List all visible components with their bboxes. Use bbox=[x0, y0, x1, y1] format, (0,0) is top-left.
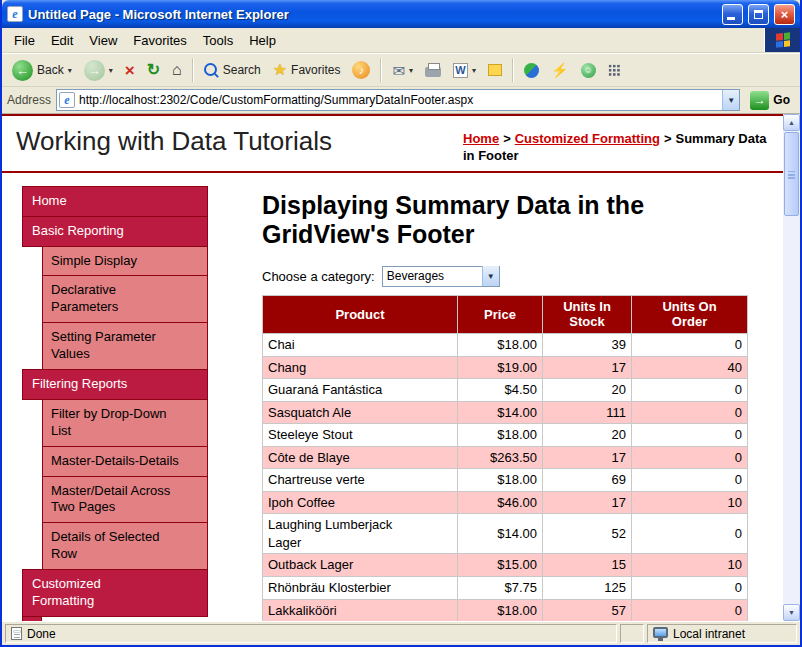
table-row: Steeleye Stout$18.00200 bbox=[263, 424, 748, 447]
minimize-button[interactable] bbox=[722, 4, 743, 25]
stop-button[interactable]: × bbox=[120, 55, 140, 85]
home-icon: ⌂ bbox=[172, 62, 182, 78]
throbber bbox=[764, 28, 800, 52]
scroll-up-button[interactable]: ▲ bbox=[783, 114, 800, 131]
sidebar-item-setting-parameter-values[interactable]: Setting Parameter Values bbox=[42, 322, 208, 370]
word-edit-icon: W bbox=[453, 63, 468, 78]
sidebar-item-declarative-parameters[interactable]: Declarative Parameters bbox=[42, 275, 208, 323]
favorites-button[interactable]: ★ Favorites bbox=[268, 55, 346, 85]
grid-cell: 39 bbox=[543, 333, 632, 356]
print-button[interactable] bbox=[420, 55, 446, 85]
address-input[interactable]: e http://localhost:2302/Code/CustomForma… bbox=[56, 89, 740, 111]
grid-cell: 0 bbox=[632, 401, 748, 424]
grid-cell: $14.00 bbox=[458, 401, 543, 424]
go-label: Go bbox=[773, 93, 790, 107]
messenger-button[interactable]: ☺ bbox=[576, 55, 601, 85]
grid-cell: Laughing Lumberjack Lager bbox=[263, 514, 458, 554]
category-selected-value: Beverages bbox=[387, 269, 482, 283]
close-button[interactable]: × bbox=[774, 4, 795, 25]
security-zone-text: Local intranet bbox=[673, 627, 745, 641]
minimize-icon bbox=[727, 17, 735, 20]
grid-cell: $18.00 bbox=[458, 599, 543, 621]
grid-cell: 15 bbox=[543, 554, 632, 577]
back-button[interactable]: ← Back ▾ bbox=[7, 55, 77, 85]
forward-button[interactable]: → ▾ bbox=[79, 55, 118, 85]
grid-cell: 17 bbox=[543, 356, 632, 379]
table-row: Outback Lager$15.001510 bbox=[263, 554, 748, 577]
sidebar-item-master-details-details[interactable]: Master-Details-Details bbox=[42, 446, 208, 477]
grid-cell: 57 bbox=[543, 599, 632, 621]
grid-cell: 0 bbox=[632, 469, 748, 492]
sidebar-item-simple-display[interactable]: Simple Display bbox=[42, 246, 208, 277]
sidebar-item-basic-reporting[interactable]: Basic Reporting bbox=[22, 216, 208, 247]
category-dropdown-icon: ▼ bbox=[482, 266, 499, 286]
sidebar-item-customized-formatting[interactable]: Customized Formatting bbox=[22, 569, 208, 617]
discuss-icon bbox=[488, 64, 502, 76]
table-row: Ipoh Coffee$46.001710 bbox=[263, 491, 748, 514]
messenger-icon: ☺ bbox=[581, 63, 596, 78]
refresh-button[interactable]: ↻ bbox=[142, 55, 165, 85]
address-label: Address bbox=[7, 93, 51, 107]
web-tool-button[interactable] bbox=[519, 55, 544, 85]
grid-cell: $7.75 bbox=[458, 576, 543, 599]
breadcrumb-separator: > bbox=[503, 131, 511, 146]
grid-cell: $263.50 bbox=[458, 446, 543, 469]
breadcrumb-link-customized-formatting[interactable]: Customized Formatting bbox=[515, 131, 660, 146]
status-bar: Done Local intranet bbox=[2, 621, 800, 645]
status-empty-pane bbox=[620, 624, 644, 643]
menu-edit[interactable]: Edit bbox=[43, 30, 81, 51]
toolbar-separator bbox=[192, 58, 194, 82]
grid-cell: Steeleye Stout bbox=[263, 424, 458, 447]
media-icon: ♪ bbox=[352, 61, 370, 79]
content-area: Working with Data Tutorials Home>Customi… bbox=[2, 114, 800, 621]
grid-cell: 20 bbox=[543, 379, 632, 402]
discuss-button[interactable] bbox=[483, 55, 507, 85]
grid-cell: 40 bbox=[632, 356, 748, 379]
mail-dropdown-icon: ▾ bbox=[409, 66, 413, 75]
grid-cell: 0 bbox=[632, 446, 748, 469]
vertical-scrollbar[interactable]: ▲ ▼ bbox=[783, 114, 800, 621]
grid-cell: Outback Lager bbox=[263, 554, 458, 577]
edit-button[interactable]: W ▾ bbox=[448, 55, 481, 85]
media-button[interactable]: ♪ bbox=[347, 55, 375, 85]
scrollbar-thumb[interactable] bbox=[784, 132, 799, 216]
go-button[interactable]: → Go bbox=[745, 91, 795, 110]
grid-cell: $15.00 bbox=[458, 554, 543, 577]
menu-view[interactable]: View bbox=[81, 30, 125, 51]
table-row: Chai$18.00390 bbox=[263, 333, 748, 356]
mail-button[interactable]: ✉ ▾ bbox=[387, 55, 418, 85]
grid-tool-button[interactable] bbox=[603, 55, 626, 85]
grid-icon bbox=[608, 64, 621, 77]
address-dropdown-icon[interactable]: ▼ bbox=[722, 90, 739, 110]
mail-icon: ✉ bbox=[392, 63, 405, 78]
menu-favorites[interactable]: Favorites bbox=[125, 30, 194, 51]
maximize-button[interactable] bbox=[748, 4, 769, 25]
grid-cell: Rhönbräu Klosterbier bbox=[263, 576, 458, 599]
page-header: Working with Data Tutorials Home>Customi… bbox=[2, 116, 783, 173]
category-select[interactable]: Beverages ▼ bbox=[382, 266, 500, 287]
scroll-down-button[interactable]: ▼ bbox=[783, 604, 800, 621]
sidebar-item-filtering-reports[interactable]: Filtering Reports bbox=[22, 369, 208, 400]
close-icon: × bbox=[781, 8, 789, 21]
menu-tools[interactable]: Tools bbox=[195, 30, 241, 51]
grid-cell: $46.00 bbox=[458, 491, 543, 514]
table-row: Sasquatch Ale$14.001110 bbox=[263, 401, 748, 424]
grid-cell: 0 bbox=[632, 424, 748, 447]
home-button[interactable]: ⌂ bbox=[167, 55, 187, 85]
go-arrow-icon: → bbox=[750, 91, 769, 110]
menu-help[interactable]: Help bbox=[241, 30, 284, 51]
sidebar-item-home[interactable]: Home bbox=[22, 186, 208, 217]
table-row: Laughing Lumberjack Lager$14.00520 bbox=[263, 514, 748, 554]
search-button[interactable]: Search bbox=[199, 55, 266, 85]
breadcrumb-link-home[interactable]: Home bbox=[463, 131, 499, 146]
menu-file[interactable]: File bbox=[6, 30, 43, 51]
maximize-icon bbox=[754, 10, 763, 19]
sidebar-item-details-of-selected-row[interactable]: Details of Selected Row bbox=[42, 522, 208, 570]
main-content: Displaying Summary Data in the GridView'… bbox=[208, 187, 783, 621]
toolbar-separator bbox=[380, 58, 382, 82]
quick-tool-button[interactable]: ⚡ bbox=[546, 55, 573, 85]
grid-cell: Sasquatch Ale bbox=[263, 401, 458, 424]
sidebar-item-filter-by-drop-down-list[interactable]: Filter by Drop-Down List bbox=[42, 399, 208, 447]
sidebar-item-master-detail-across-two-pages[interactable]: Master/Detail Across Two Pages bbox=[42, 476, 208, 524]
grid-cell: $18.00 bbox=[458, 469, 543, 492]
